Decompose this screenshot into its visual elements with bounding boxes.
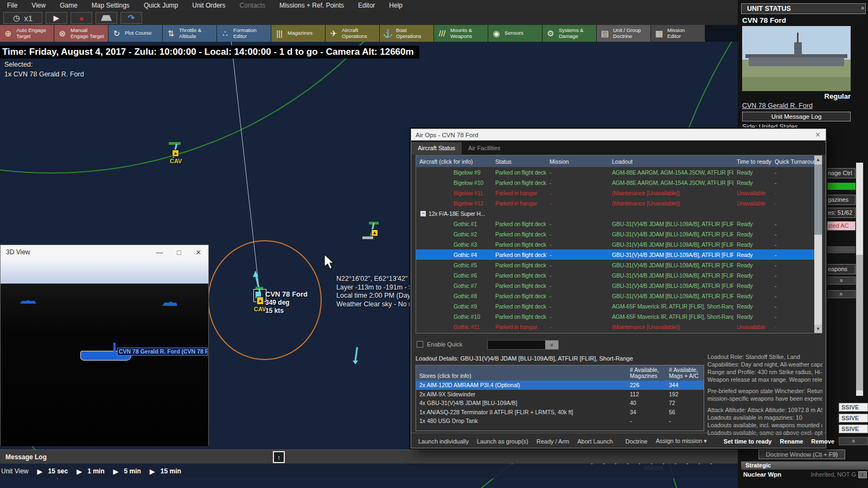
aircraft-row[interactable]: Gothic #6 Parked on flight deck - GBU-31… (416, 270, 815, 280)
toolbar-button[interactable]: ||| Magazines (271, 25, 326, 42)
stores-row[interactable]: 1x AN/ASQ-228 Terminator II ATFLIR [FLIR… (416, 408, 704, 417)
minimize-icon[interactable]: — (150, 248, 169, 256)
chevron-down-icon[interactable]: ∨ (858, 471, 867, 478)
selected-unit-marker[interactable]: ▲ (253, 289, 266, 302)
play-button[interactable]: ▶ (46, 12, 67, 24)
toolbar-button[interactable]: ↻ Plot Course (108, 25, 163, 42)
aircraft-row[interactable]: Gothic #5 Parked on flight deck - GBU-31… (416, 260, 815, 270)
sidebar-partial-button[interactable]: gazines (826, 195, 856, 205)
map-unit-2[interactable]: ▲ (362, 219, 390, 245)
enable-quick-checkbox[interactable] (417, 341, 423, 348)
maximize-icon[interactable]: □ (169, 248, 189, 256)
menu-item[interactable]: Quick Jump (137, 0, 185, 11)
time-step-button[interactable]: ▶ 15 min (148, 467, 188, 476)
close-icon[interactable]: ✕ (189, 248, 208, 256)
map-layers-button[interactable] (95, 12, 117, 24)
action-button[interactable]: Remove (811, 438, 834, 445)
scrollbar-thumb[interactable] (856, 255, 863, 390)
menu-item[interactable]: Unit Orders (185, 0, 232, 11)
action-button[interactable]: Launch as group(s) (477, 438, 528, 445)
toolbar-button[interactable]: ▤ Unit / Group Doctrine (597, 25, 651, 42)
col-mission[interactable]: Mission (546, 158, 609, 165)
toolbar-button[interactable]: ⚙ Systems & Damage (542, 25, 597, 42)
col-aircraft[interactable]: Aircraft (click for info) (416, 158, 492, 165)
aircraft-row[interactable]: Gothic #9 Parked on flight deck - AGM-65… (416, 301, 815, 311)
aircraft-row[interactable]: Gothic #4 Parked on flight deck - GBU-31… (416, 249, 815, 260)
action-button[interactable]: Doctrine (626, 438, 648, 445)
menu-item[interactable]: File (0, 0, 24, 11)
menu-item[interactable]: Contacts (233, 0, 272, 11)
scroll-up-icon[interactable]: ▲ (814, 156, 822, 164)
map-unit-cav[interactable]: ▲ CAV (165, 138, 193, 164)
stores-row[interactable]: 1x 480 USG Drop Tank - - (416, 416, 704, 426)
aircraft-row[interactable]: Gothic #10 Parked on flight deck - AGM-6… (416, 311, 815, 322)
action-button[interactable]: Ready / Arm (537, 438, 570, 445)
stores-row[interactable]: 2x AIM-9X Sidewinder 112 192 (416, 390, 704, 399)
time-step-button[interactable]: ▶ 15 sec (35, 467, 74, 476)
sidebar-partial-button[interactable]: SSIVE (839, 414, 868, 422)
sidebar-partial-button[interactable]: SSIVE (839, 425, 868, 433)
scroll-down-icon[interactable]: ▼ (814, 325, 822, 333)
sidebar-partial-button[interactable]: « (826, 290, 856, 298)
chevron-down-icon[interactable]: ∨ (545, 341, 558, 349)
col-time-to-ready[interactable]: Time to ready (733, 158, 771, 165)
col-stores[interactable]: Stores (click for info) (416, 373, 627, 381)
time-step-button[interactable]: ▶ 5 min (111, 467, 148, 476)
col-available-magazines[interactable]: # Available, Magazines (627, 367, 666, 381)
aircraft-row[interactable]: Gothic #2 Parked on flight deck - GBU-31… (416, 229, 815, 239)
sidebar-partial-button[interactable]: « (839, 437, 868, 445)
col-loadout[interactable]: Loadout (609, 158, 733, 165)
map-unit-3[interactable] (350, 346, 366, 368)
menu-item[interactable]: Editor (351, 0, 382, 11)
menu-item[interactable]: Map Settings (85, 0, 137, 11)
col-available-mags-ac[interactable]: # Available, Mags + A/C (666, 367, 704, 381)
toolbar-button[interactable]: ⇅ Throttle & Altitude (163, 25, 217, 42)
expander-icon[interactable]: − (420, 211, 426, 216)
col-status[interactable]: Status (492, 158, 546, 165)
aircraft-row[interactable]: Bigelow #9 Parked on flight deck - AGM-8… (416, 167, 815, 177)
unit-status-header[interactable]: UNIT STATUS « (741, 3, 866, 14)
sidebar-partial-button[interactable]: SSIVE (839, 403, 868, 412)
aircraft-row[interactable]: Gothic #3 Parked on flight deck - GBU-31… (416, 239, 815, 249)
aircraft-row[interactable]: Gothic #11 Parked in hangar - (Maintenan… (416, 322, 815, 332)
jump-button[interactable]: ↷ (120, 12, 142, 24)
dialog-tab[interactable]: Aircraft Status (411, 142, 462, 155)
sidebar-partial-button[interactable] (826, 183, 856, 190)
aircraft-row[interactable]: Bigelow #10 Parked on flight deck - AGM-… (416, 177, 815, 188)
menu-item[interactable]: Game (53, 0, 85, 11)
toolbar-button[interactable]: ▦ Mission Editor (651, 25, 705, 42)
toolbar-button[interactable]: ⊗ Manual Engage Target (54, 25, 108, 42)
sidebar-partial-button[interactable]: es: 51/62 (826, 208, 856, 218)
doctrine-window-button[interactable]: Doctrine Window (Ctl + F9) (758, 450, 845, 459)
stores-row[interactable]: 4x GBU-31(V)4/B JDAM [BLU-109A/B] 40 72 (416, 399, 704, 408)
menu-item[interactable]: Missions + Ref. Points (272, 0, 351, 11)
toolbar-button[interactable]: /// Mounts & Weapons (434, 25, 488, 42)
expand-log-button[interactable]: ↑ (273, 451, 285, 463)
action-button[interactable]: Assign to mission ▾ (656, 438, 707, 445)
3d-view-titlebar[interactable]: 3D View — □ ✕ (1, 245, 208, 259)
table-scrollbar[interactable]: ▲ ▼ (814, 156, 822, 333)
unit-message-log-button[interactable]: Unit Message Log (742, 112, 851, 121)
aircraft-row[interactable]: −12x F/A-18E Super H... (416, 208, 815, 219)
sidebar-partial-button[interactable] (826, 246, 856, 253)
action-button[interactable]: Launch individually (418, 438, 469, 445)
quick-turnaround-dropdown[interactable]: ∨ (487, 340, 559, 350)
sidebar-partial-button[interactable]: sted AC (826, 221, 856, 230)
menu-item[interactable]: View (24, 0, 53, 11)
dialog-titlebar[interactable]: Air Ops - CVN 78 Ford ✕ (411, 129, 826, 140)
record-button[interactable]: ● (71, 12, 92, 24)
sidebar-partial-button[interactable]: nage Ctrl (826, 168, 856, 178)
toolbar-button[interactable]: ⚓ Boat Operations (380, 25, 434, 42)
toolbar-button[interactable]: ✈ Aircraft Operations (326, 25, 380, 42)
dialog-tab[interactable]: Air Facilities (462, 142, 507, 155)
message-log-bar[interactable]: Message Log ↑ (0, 450, 742, 464)
action-button[interactable]: Abort Launch (577, 438, 612, 445)
aircraft-row[interactable]: Bigelow #11 Parked in hangar - (Maintena… (416, 188, 815, 198)
time-step-button[interactable]: ▶ 1 min (74, 467, 111, 476)
toolbar-button[interactable]: ◉ Sensors (488, 25, 542, 42)
aircraft-row[interactable]: Gothic #1 Parked on flight deck - GBU-31… (416, 219, 815, 229)
col-quick-turnaround[interactable]: Quick Turnaround (771, 158, 815, 165)
toolbar-button[interactable]: ∴ Formation Editor (217, 25, 271, 42)
unit-view-label[interactable]: Unit View (0, 467, 33, 475)
action-button[interactable]: Rename (780, 438, 803, 445)
